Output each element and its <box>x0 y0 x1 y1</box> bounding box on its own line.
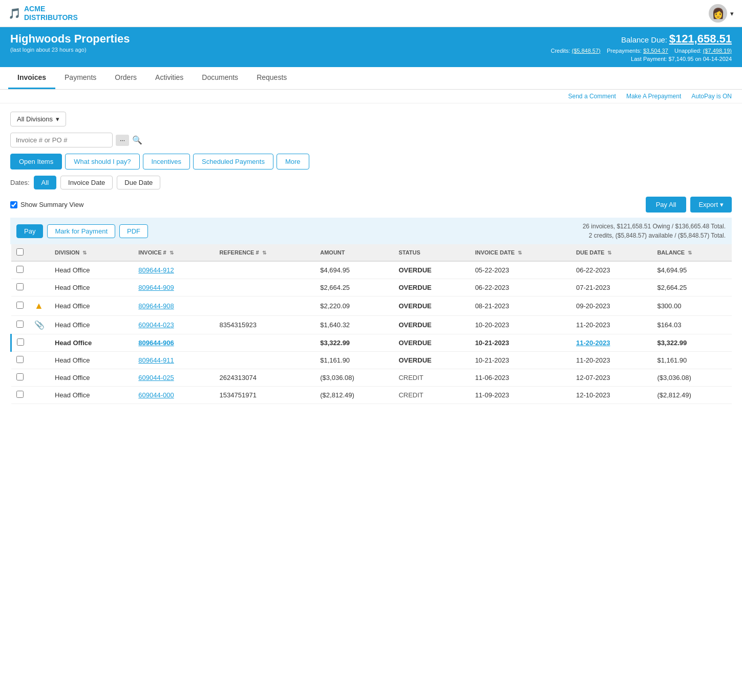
prepayments-amount[interactable]: $3,504.37 <box>643 48 668 54</box>
row-invoice-num[interactable]: 609044-000 <box>133 387 214 404</box>
row-checkbox-cell-0 <box>11 261 30 279</box>
row-checkbox-1[interactable] <box>16 283 24 290</box>
row-invoice-num[interactable]: 809644-909 <box>133 279 214 296</box>
row-invoice-num[interactable]: 809644-908 <box>133 296 214 316</box>
date-due-date-button[interactable]: Due Date <box>117 176 160 189</box>
th-status: STATUS <box>393 244 470 261</box>
main-nav: Invoices Payments Orders Activities Docu… <box>0 67 742 90</box>
row-icon-cell-3: 📎 <box>29 316 50 334</box>
row-division: Head Office <box>50 279 133 296</box>
row-reference-num <box>215 352 315 369</box>
attachment-icon: 📎 <box>34 321 45 329</box>
select-all-checkbox[interactable] <box>16 248 24 256</box>
row-invoice-num[interactable]: 809644-906 <box>133 334 214 352</box>
th-reference-num[interactable]: REFERENCE # ⇅ <box>215 244 315 261</box>
date-all-button[interactable]: All <box>34 176 56 189</box>
balance-area: Balance Due: $121,658.51 Credits: ($5,84… <box>551 32 732 62</box>
autopay-link[interactable]: AutoPay is ON <box>691 93 732 100</box>
balance-label: Balance Due: <box>621 35 667 44</box>
th-invoice-date[interactable]: INVOICE DATE ⇅ <box>470 244 571 261</box>
export-chevron-icon: ▾ <box>720 201 724 208</box>
th-amount: AMOUNT <box>315 244 393 261</box>
tab-activities[interactable]: Activities <box>146 67 193 89</box>
row-checkbox-2[interactable] <box>16 302 24 309</box>
table-row: Head Office809644-911$1,161.90OVERDUE10-… <box>11 352 732 369</box>
warning-icon: ▲ <box>34 301 44 311</box>
summary-view-label[interactable]: Show Summary View <box>20 201 83 208</box>
balance-details: Credits: ($5,848.57) Prepayments: $3,504… <box>551 48 732 54</box>
filter-tab-what-to-pay[interactable]: What should I pay? <box>65 154 139 169</box>
filter-tab-more[interactable]: More <box>277 154 309 169</box>
row-checkbox-3[interactable] <box>16 321 24 328</box>
row-checkbox-5[interactable] <box>16 356 24 363</box>
credits-amount[interactable]: ($5,848.57) <box>571 48 600 54</box>
table-toolbar: Pay Mark for Payment PDF 26 invoices, $1… <box>10 218 732 244</box>
row-status: OVERDUE <box>393 334 470 352</box>
toolbar-actions: Pay Mark for Payment PDF <box>16 224 148 238</box>
user-dropdown-icon[interactable]: ▾ <box>730 10 734 17</box>
tab-documents[interactable]: Documents <box>193 67 247 89</box>
row-status: OVERDUE <box>393 296 470 316</box>
tab-invoices[interactable]: Invoices <box>8 67 55 89</box>
row-invoice-num[interactable]: 609044-025 <box>133 369 214 387</box>
export-button[interactable]: Export ▾ <box>690 197 732 213</box>
row-checkbox-0[interactable] <box>16 266 24 273</box>
th-due-date[interactable]: DUE DATE ⇅ <box>571 244 652 261</box>
last-payment: Last Payment: $7,140.95 on 04-14-2024 <box>551 56 732 62</box>
row-balance: ($3,036.08) <box>652 369 732 387</box>
user-area[interactable]: 👩 ▾ <box>709 4 734 23</box>
row-checkbox-4[interactable] <box>17 338 24 346</box>
th-invoice-num[interactable]: INVOICE # ⇅ <box>133 244 214 261</box>
row-checkbox-6[interactable] <box>16 373 24 380</box>
row-amount: ($3,036.08) <box>315 369 393 387</box>
row-amount: $3,322.99 <box>315 334 393 352</box>
row-due-date: 09-20-2023 <box>571 296 652 316</box>
row-amount: $4,694.95 <box>315 261 393 279</box>
pay-export-area: Pay All Export ▾ <box>646 197 732 213</box>
row-invoice-num[interactable]: 809644-912 <box>133 261 214 279</box>
row-reference-num <box>215 296 315 316</box>
tab-orders[interactable]: Orders <box>105 67 146 89</box>
date-invoice-date-button[interactable]: Invoice Date <box>60 176 113 189</box>
divisions-dropdown[interactable]: All Divisions ▾ <box>10 112 66 126</box>
send-comment-link[interactable]: Send a Comment <box>568 93 616 100</box>
row-icon-cell-5 <box>29 352 50 369</box>
row-invoice-date: 10-21-2023 <box>470 334 571 352</box>
filter-tab-open-items[interactable]: Open Items <box>10 154 62 169</box>
summary-view-checkbox[interactable] <box>10 201 17 208</box>
avatar[interactable]: 👩 <box>709 4 727 23</box>
mark-for-payment-button[interactable]: Mark for Payment <box>47 224 115 238</box>
search-submit-button[interactable]: 🔍 <box>132 135 142 145</box>
unapplied-label: Unapplied: <box>674 48 702 54</box>
row-icon-cell-0 <box>29 261 50 279</box>
dates-label: Dates: <box>10 179 30 186</box>
table-row: 📎Head Office609044-0238354315923$1,640.3… <box>11 316 732 334</box>
pdf-button[interactable]: PDF <box>119 224 148 238</box>
header-band: Highwoods Properties (last login about 2… <box>0 27 742 67</box>
row-reference-num <box>215 261 315 279</box>
tab-payments[interactable]: Payments <box>55 67 105 89</box>
row-status: OVERDUE <box>393 316 470 334</box>
filter-tab-incentives[interactable]: Incentives <box>143 154 190 169</box>
row-invoice-num[interactable]: 609044-023 <box>133 316 214 334</box>
th-balance[interactable]: BALANCE ⇅ <box>652 244 732 261</box>
row-invoice-date: 06-22-2023 <box>470 279 571 296</box>
pay-all-button[interactable]: Pay All <box>646 197 687 213</box>
row-reference-num <box>215 279 315 296</box>
search-options-button[interactable]: ··· <box>116 135 129 146</box>
row-icon-cell-7 <box>29 387 50 404</box>
tab-requests[interactable]: Requests <box>247 67 296 89</box>
row-invoice-date: 11-06-2023 <box>470 369 571 387</box>
row-division: Head Office <box>50 352 133 369</box>
row-status: CREDIT <box>393 369 470 387</box>
row-checkbox-7[interactable] <box>16 391 24 398</box>
th-division[interactable]: DIVISION ⇅ <box>50 244 133 261</box>
filter-tab-scheduled-payments[interactable]: Scheduled Payments <box>193 154 273 169</box>
pay-button[interactable]: Pay <box>16 224 43 238</box>
row-invoice-date: 10-20-2023 <box>470 316 571 334</box>
search-input[interactable] <box>10 133 113 147</box>
make-prepayment-link[interactable]: Make A Prepayment <box>626 93 681 100</box>
row-invoice-num[interactable]: 809644-911 <box>133 352 214 369</box>
toolbar-info: 26 invoices, $121,658.51 Owing / $136,66… <box>583 222 726 240</box>
unapplied-amount[interactable]: ($7,498.19) <box>703 48 732 54</box>
